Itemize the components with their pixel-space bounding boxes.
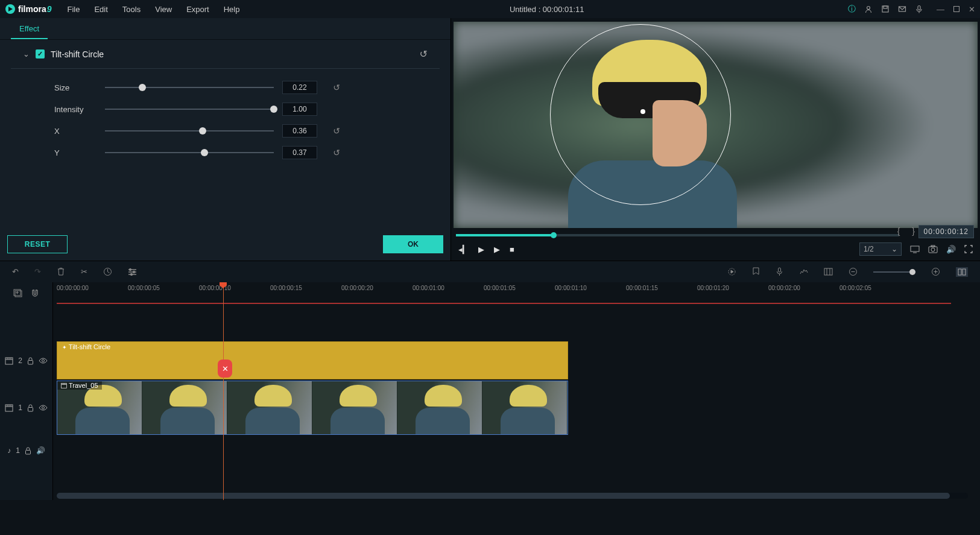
preview-canvas[interactable] [454,22,978,228]
timeline: 2 1 ♪ 1 🔊 00:00:00:0000:00:00:0500:00:00… [0,282,980,500]
reset-button[interactable]: RESET [7,235,68,253]
account-icon[interactable] [864,5,873,13]
slider-x-label: X [24,127,96,136]
menu-view[interactable]: View [149,2,178,16]
svg-rect-16 [779,268,781,272]
ruler-timecode: 00:00:01:10 [555,285,587,291]
svg-rect-6 [954,7,959,12]
svg-rect-7 [911,246,919,252]
ruler-timecode: 00:00:00:20 [341,285,373,291]
menu-edit[interactable]: Edit [88,2,113,16]
volume-icon[interactable]: 🔊 [946,245,956,254]
svg-rect-5 [918,6,920,10]
track-head-fx: 2 [0,341,52,380]
svg-point-12 [130,269,131,271]
save-icon[interactable] [881,5,890,13]
effect-clip[interactable]: ✦ Tilt-shift Circle [57,341,568,379]
track-head-audio: ♪ 1 🔊 [0,435,52,466]
zoom-in-icon[interactable] [931,267,940,276]
svg-point-9 [931,248,935,252]
next-frame-icon[interactable]: ▶ [494,245,500,254]
app-version: 9 [47,4,52,14]
delete-icon[interactable] [57,267,65,276]
menu-export[interactable]: Export [180,2,215,16]
settings-icon[interactable] [128,268,137,276]
preview-pane: { } 00:00:00:12 ◂▎ ▶ ▶ ■ 1/2⌄ 🔊 [451,18,980,261]
video-clip[interactable]: Travel_05 [57,381,568,435]
seek-bar[interactable] [456,234,899,236]
play-icon[interactable]: ▶ [478,245,484,254]
slider-y-value[interactable]: 0.37 [282,146,317,159]
svg-rect-17 [824,268,832,275]
stop-icon[interactable]: ■ [510,245,514,254]
slider-intensity-value[interactable]: 1.00 [282,103,317,116]
collapse-icon[interactable]: ⌄ [23,49,30,59]
info-icon[interactable]: ⓘ [848,4,856,14]
prev-frame-icon[interactable]: ◂▎ [458,245,469,254]
ruler-timecode: 00:00:01:05 [484,285,516,291]
slider-size-value[interactable]: 0.22 [282,81,317,94]
slider-size-reset-icon[interactable]: ↻ [333,83,340,92]
timeline-ruler[interactable]: 00:00:00:0000:00:00:0500:00:00:1000:00:0… [53,282,980,304]
split-icon[interactable]: ✂ [81,267,87,276]
preview-timecode: 00:00:00:12 [918,225,974,238]
marker-brackets[interactable]: { } [897,226,917,236]
effect-panel: Effect ⌄ ✓ Tilt-shift Circle ↻ Size 0.22… [0,18,451,261]
slider-x-value[interactable]: 0.36 [282,124,317,138]
slider-y[interactable] [105,152,274,153]
playhead[interactable] [223,282,224,500]
audio-mixer-icon[interactable] [799,268,808,276]
preview-zoom-dropdown[interactable]: 1/2⌄ [859,242,902,256]
effect-reset-icon[interactable]: ↻ [420,48,428,60]
slider-size-label: Size [24,83,96,92]
tab-effect[interactable]: Effect [11,18,48,39]
undo-icon[interactable]: ↶ [12,267,19,276]
svg-point-14 [131,274,133,276]
close-icon[interactable]: ✕ [969,5,975,14]
svg-point-13 [133,271,135,273]
menu-file[interactable]: File [61,2,86,16]
quality-icon[interactable] [910,245,920,253]
zoom-out-icon[interactable] [849,267,858,276]
effect-title: Tilt-shift Circle [51,49,104,59]
marker-icon[interactable] [752,267,760,276]
ruler-timecode: 00:00:00:15 [270,285,302,291]
tilt-shift-circle-overlay[interactable] [550,24,731,205]
menu-help[interactable]: Help [218,2,246,16]
speed-icon[interactable] [103,267,112,276]
redo-icon[interactable]: ↷ [34,267,41,276]
titlebar: filmora9 File Edit Tools View Export Hel… [0,0,980,18]
menu-tools[interactable]: Tools [116,2,147,16]
zoom-fit-icon[interactable] [956,267,968,277]
record-vo-icon[interactable] [776,267,783,276]
slider-y-label: Y [24,148,96,157]
svg-rect-28 [28,407,33,411]
slider-intensity[interactable] [105,109,274,110]
lock-icon[interactable] [25,447,31,455]
ok-button[interactable]: OK [383,235,443,253]
magnet-icon[interactable] [31,289,39,298]
message-icon[interactable] [898,5,906,13]
slider-size[interactable] [105,87,274,88]
timeline-scrollbar[interactable] [57,493,968,499]
mic-icon[interactable] [915,5,923,13]
minimize-icon[interactable]: — [937,5,944,14]
effect-enable-checkbox[interactable]: ✓ [36,49,45,59]
crop-icon[interactable] [824,268,833,276]
slider-x[interactable] [105,130,274,131]
add-track-icon[interactable] [13,289,22,297]
app-logo: filmora9 [5,4,51,14]
maximize-icon[interactable] [953,5,960,13]
mute-icon[interactable]: 🔊 [36,446,45,455]
snapshot-icon[interactable] [928,245,938,253]
lock-icon[interactable] [27,357,34,365]
visibility-icon[interactable] [39,405,48,411]
slider-y-reset-icon[interactable]: ↻ [333,148,340,157]
slider-x-reset-icon[interactable]: ↻ [333,126,340,136]
lock-icon[interactable] [27,404,34,412]
render-icon[interactable] [727,267,736,276]
fullscreen-icon[interactable] [964,245,973,253]
timeline-zoom-slider[interactable] [873,271,915,273]
visibility-icon[interactable] [39,358,48,364]
delete-clip-icon[interactable]: ✕ [218,359,232,378]
